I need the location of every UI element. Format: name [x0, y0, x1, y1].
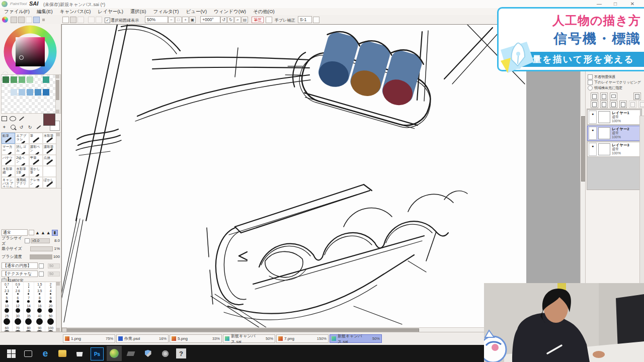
layer-item[interactable]: ● レイヤー3 通常 100% — [587, 142, 640, 157]
tip-strength-slider[interactable]: 50 — [48, 263, 60, 268]
help-app-icon[interactable]: ? — [176, 348, 186, 358]
size-preset[interactable]: 9 — [45, 296, 56, 304]
minimize-button[interactable]: — — [593, 1, 606, 7]
file-explorer-icon[interactable] — [56, 347, 68, 359]
brush-cell[interactable]: ぼかし — [43, 177, 56, 188]
defender-shield-icon[interactable] — [142, 347, 154, 359]
size-preset[interactable]: 100 — [45, 326, 56, 332]
size-preset[interactable]: 50 — [45, 314, 56, 326]
tip-shape-4-icon[interactable]: ▮ — [52, 230, 58, 236]
brush-cell[interactable]: 溶かし筆 — [29, 166, 43, 177]
rotate-reset-button[interactable]: ⌐ — [234, 17, 241, 23]
swatch[interactable] — [35, 89, 41, 96]
brush-cell[interactable]: キャンバス アクリル — [2, 177, 15, 188]
layer-mask-icon[interactable] — [633, 93, 641, 100]
checkbox-icon[interactable] — [588, 80, 593, 85]
undo-button[interactable] — [88, 17, 95, 23]
redo-button[interactable] — [96, 17, 102, 23]
brush-size-unit-toggle[interactable] — [25, 238, 30, 243]
swatch-panel[interactable] — [1, 74, 56, 114]
size-preset[interactable]: 5 — [2, 296, 13, 304]
size-preset[interactable]: 70 — [13, 326, 24, 332]
brush-cell[interactable]: 水彩筆 — [43, 133, 56, 144]
size-preset[interactable]: 60 — [2, 326, 13, 332]
zoom-reset-button[interactable]: □ — [175, 17, 182, 23]
brush-cell[interactable]: 濃彩筆 — [43, 144, 56, 155]
settings-gear-icon[interactable] — [159, 347, 171, 359]
size-preset[interactable]: 14 — [24, 304, 35, 314]
size-preset[interactable]: 3 — [24, 289, 35, 296]
menu-edit[interactable]: 編集(E) — [37, 9, 53, 15]
layer-item-selected[interactable]: ● レイヤー2 通常 100% — [587, 126, 640, 141]
scroll-up-icon[interactable] — [56, 75, 59, 78]
scroll-down-icon[interactable] — [56, 328, 60, 331]
tip-slot-option[interactable] — [39, 263, 44, 268]
selection-edge-checkbox[interactable]: ✓ — [105, 18, 110, 23]
merge-down-icon[interactable] — [600, 101, 608, 108]
panel-icon-3[interactable] — [26, 17, 32, 23]
stabilizer-select[interactable]: S-1 — [298, 16, 312, 23]
doc-tab[interactable]: 7.png150% — [276, 334, 329, 343]
new-canvas-button[interactable] — [62, 17, 69, 23]
task-view-button[interactable] — [22, 347, 34, 359]
lasso-icon[interactable] — [10, 116, 16, 122]
menu-file[interactable]: ファイル(F) — [4, 9, 30, 15]
texture-slot-option[interactable] — [39, 272, 44, 277]
size-preset[interactable]: 3.5 — [34, 289, 45, 296]
density-slider[interactable] — [30, 254, 52, 259]
scroll-down-icon[interactable] — [56, 110, 59, 113]
visibility-eye-icon[interactable]: ● — [589, 111, 597, 124]
preset-scrollbar[interactable] — [56, 282, 61, 332]
size-preset[interactable]: 4 — [45, 289, 56, 296]
panel-icon-4[interactable] — [33, 17, 40, 23]
zoom-input[interactable]: 50% — [145, 16, 168, 23]
swatch[interactable] — [43, 76, 49, 83]
selection-source-option[interactable]: 領域検出元に指定 — [588, 85, 644, 90]
layer-extra-icon[interactable] — [638, 101, 644, 108]
layer-item[interactable]: ● レイヤー1 通常 100% — [587, 110, 640, 125]
size-preset[interactable]: 2.6 — [13, 289, 24, 296]
rotate-cw-button[interactable]: ↻ — [227, 17, 234, 23]
tip-shape-2-icon[interactable]: ▲ — [41, 230, 45, 236]
rect-select-icon[interactable] — [1, 116, 8, 122]
brush-cell[interactable]: バケツ — [2, 155, 15, 166]
min-size-slider[interactable] — [30, 246, 53, 251]
rotate-cw-tool-icon[interactable]: ↻ — [27, 124, 33, 131]
texture-strength-slider[interactable]: 50 — [48, 272, 60, 277]
checkbox-icon[interactable] — [588, 74, 593, 79]
app-icon-generic[interactable] — [125, 347, 137, 359]
colorwheel-panel-icon[interactable] — [2, 17, 8, 23]
close-button[interactable]: ✕ — [626, 1, 639, 7]
size-preset[interactable]: 20 — [45, 304, 56, 314]
photoshop-icon[interactable]: Ps — [91, 347, 104, 360]
maximize-button[interactable]: □ — [609, 1, 622, 7]
size-preset[interactable]: 0.7 — [2, 282, 13, 289]
size-preset[interactable]: 1 — [24, 282, 35, 289]
opacity-lock-option[interactable]: 不透明度保護 — [588, 74, 644, 79]
size-preset[interactable]: 7 — [24, 296, 35, 304]
brush-cell[interactable]: 薄用紙 アクリル — [15, 177, 29, 188]
delete-layer-icon[interactable] — [619, 101, 627, 108]
size-preset[interactable]: 90 — [34, 326, 45, 332]
menu-others[interactable]: その他(O) — [253, 9, 275, 15]
move-icon[interactable]: + — [1, 124, 8, 131]
brush-cell[interactable] — [43, 166, 56, 177]
size-preset[interactable]: 35 — [24, 314, 35, 326]
save-button[interactable] — [77, 17, 84, 23]
open-button[interactable] — [70, 17, 76, 23]
swatch[interactable] — [19, 89, 25, 96]
sai-taskbar-icon-active[interactable] — [107, 346, 122, 361]
rotate-ccw-button[interactable]: ↺ — [220, 17, 227, 23]
swatch[interactable] — [27, 89, 33, 96]
swatch[interactable] — [11, 89, 17, 96]
brush-scrollbar[interactable] — [56, 132, 61, 189]
brush-cell[interactable]: 消しゴム — [15, 144, 29, 155]
angle-input[interactable]: +000° — [200, 16, 220, 23]
size-preset[interactable]: 40 — [34, 314, 45, 326]
scratch-panel-icon[interactable] — [18, 17, 25, 23]
menu-view[interactable]: ビュー(V) — [186, 9, 207, 15]
eyedropper-icon[interactable] — [35, 124, 42, 131]
brush-cell[interactable]: 点描 — [43, 155, 56, 166]
swatch[interactable] — [27, 76, 33, 83]
scroll-left-stub[interactable] — [62, 328, 67, 332]
